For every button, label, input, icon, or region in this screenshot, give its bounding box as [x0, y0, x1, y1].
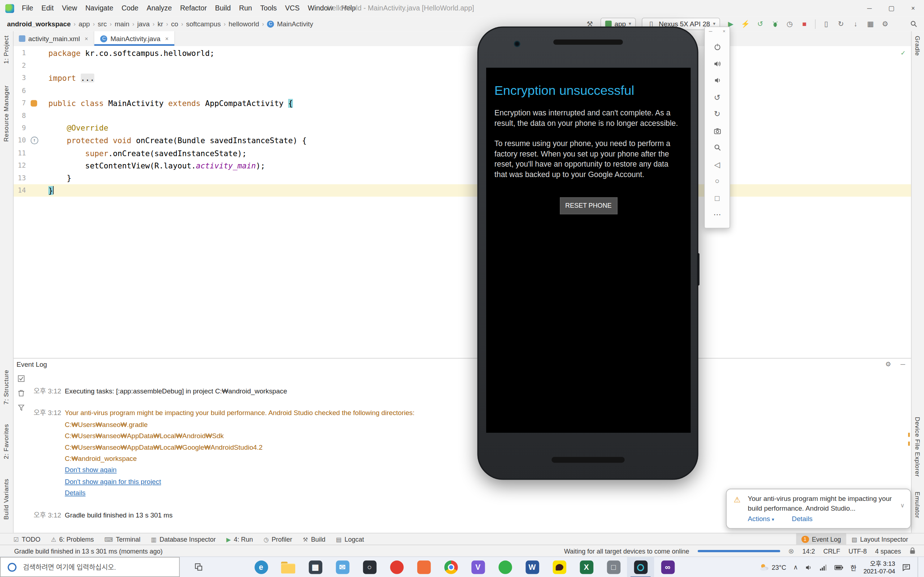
- taskbar-app-file-explorer[interactable]: [275, 557, 302, 577]
- emulator-minimize-button[interactable]: ─: [709, 29, 712, 34]
- breadcrumb-item[interactable]: co: [171, 20, 178, 27]
- cursor-position[interactable]: 14:2: [802, 548, 815, 554]
- menu-file[interactable]: File: [18, 4, 37, 12]
- breadcrumb-item[interactable]: helloworld: [228, 20, 259, 27]
- taskbar-app-edge[interactable]: e: [247, 557, 275, 577]
- sdk-manager-button[interactable]: ↓: [851, 20, 861, 28]
- taskbar-app-app-green[interactable]: [492, 557, 519, 577]
- taskbar-app-chrome[interactable]: [437, 557, 464, 577]
- toolwindow-profiler[interactable]: ◷Profiler: [258, 533, 297, 545]
- rotate-left-icon[interactable]: ↺: [714, 93, 720, 102]
- gear-icon[interactable]: ⚙: [885, 360, 891, 368]
- breadcrumb-item[interactable]: java: [137, 20, 149, 27]
- debug-button[interactable]: [770, 20, 780, 28]
- overrides-gutter-icon[interactable]: ↑: [31, 137, 38, 144]
- menu-navigate[interactable]: Navigate: [81, 4, 117, 12]
- close-icon[interactable]: ×: [165, 35, 168, 42]
- reset-phone-button[interactable]: RESET PHONE: [559, 197, 617, 214]
- show-desktop-button[interactable]: [918, 557, 921, 577]
- network-icon[interactable]: [820, 564, 827, 571]
- menu-refactor[interactable]: Refactor: [176, 4, 211, 12]
- breadcrumb-item[interactable]: android_workspace: [7, 20, 71, 27]
- taskbar-app-app-dark[interactable]: ○: [356, 557, 383, 577]
- taskbar-app-excel[interactable]: X: [573, 557, 600, 577]
- toolwindow-logcat[interactable]: ▤Logcat: [331, 533, 369, 545]
- sidebar-item-resource-manager[interactable]: Resource Manager: [3, 85, 10, 142]
- menu-analyze[interactable]: Analyze: [142, 4, 176, 12]
- sidebar-item-gradle[interactable]: Gradle: [914, 36, 921, 56]
- maximize-button[interactable]: ▢: [880, 0, 902, 16]
- sidebar-item-emulator[interactable]: Emulator: [914, 492, 921, 518]
- search-input[interactable]: 검색하려면 여기에 입력하십시오.: [0, 557, 180, 577]
- sidebar-item-project[interactable]: 1: Project: [3, 35, 10, 64]
- menu-code[interactable]: Code: [117, 4, 142, 12]
- apply-code-changes-button[interactable]: ↺: [756, 20, 765, 28]
- ime-indicator[interactable]: 한: [850, 562, 856, 572]
- action-center-icon[interactable]: [902, 563, 911, 571]
- breadcrumb-item[interactable]: src: [98, 20, 107, 27]
- apply-changes-button[interactable]: ⚡: [741, 20, 750, 28]
- device-manager-button[interactable]: ▯: [822, 20, 831, 28]
- sidebar-item-build-variants[interactable]: Build Variants: [3, 479, 10, 520]
- task-view-icon[interactable]: [195, 563, 203, 574]
- toolwindow-terminal[interactable]: ⌨Terminal: [99, 533, 146, 545]
- taskbar-app-app-orange[interactable]: [410, 557, 437, 577]
- log-message[interactable]: Don't show again: [65, 465, 116, 476]
- taskbar-app-word[interactable]: W: [519, 557, 546, 577]
- weather-widget[interactable]: 23°C: [759, 562, 786, 572]
- toolwindow-build[interactable]: ⚒Build: [297, 533, 331, 545]
- menu-edit[interactable]: Edit: [37, 4, 58, 12]
- details-link[interactable]: Details: [792, 515, 813, 522]
- sidebar-item-device-file-explorer[interactable]: Device File Explorer: [914, 417, 921, 477]
- menu-vcs[interactable]: VCS: [281, 4, 304, 12]
- tab-mainactivity-java[interactable]: MainActivity.java ×: [95, 31, 175, 46]
- toolwindow-event-log[interactable]: 1Event Log: [796, 533, 846, 545]
- toolwindow-database-inspector[interactable]: ▥Database Inspector: [146, 533, 221, 545]
- stop-button[interactable]: ■: [800, 20, 809, 28]
- taskbar-app-visual-studio[interactable]: ∞: [654, 557, 681, 577]
- taskbar-app-android-studio[interactable]: [627, 557, 654, 577]
- volume-down-icon[interactable]: [713, 76, 721, 85]
- minimize-button[interactable]: ─: [859, 0, 880, 16]
- taskbar-app-app-purple[interactable]: V: [465, 557, 492, 577]
- taskbar-app-kakaotalk[interactable]: [546, 557, 573, 577]
- profile-button[interactable]: ◷: [785, 20, 795, 28]
- collapse-icon[interactable]: ∨: [900, 502, 905, 509]
- breadcrumb-item[interactable]: kr: [157, 20, 163, 27]
- indent-setting[interactable]: 4 spaces: [875, 548, 901, 554]
- sync-project-button[interactable]: ↻: [836, 20, 846, 28]
- breadcrumb-item[interactable]: MainActivity: [277, 20, 313, 27]
- power-icon[interactable]: [713, 43, 721, 51]
- notification-balloon[interactable]: ⚠ Your anti-virus program might be impac…: [726, 488, 911, 529]
- menu-tools[interactable]: Tools: [256, 4, 281, 12]
- sidebar-item-favorites[interactable]: 2: Favorites: [3, 424, 10, 459]
- tab-activity-main-xml[interactable]: activity_main.xml ×: [13, 31, 95, 46]
- camera-icon[interactable]: [713, 126, 721, 135]
- hidden-icons-chevron[interactable]: ∧: [793, 563, 798, 571]
- taskbar-app-mail[interactable]: ✉: [329, 557, 356, 577]
- toolwindow-6-problems[interactable]: ⚠6: Problems: [46, 533, 99, 545]
- file-encoding[interactable]: UTF-8: [848, 548, 867, 554]
- toolwindow-layout-inspector[interactable]: ▧Layout Inspector: [846, 533, 914, 545]
- actions-link[interactable]: Actions▾: [748, 515, 774, 522]
- breadcrumb-item[interactable]: softcampus: [186, 20, 221, 27]
- menu-run[interactable]: Run: [235, 4, 256, 12]
- cancel-progress-icon[interactable]: ⊗: [788, 547, 794, 555]
- sidebar-item-structure[interactable]: 7: Structure: [3, 370, 10, 404]
- volume-up-icon[interactable]: [713, 59, 721, 68]
- code-editor[interactable]: 1package kr.co.softcampus.helloworld;23i…: [13, 46, 911, 358]
- lock-icon[interactable]: [909, 547, 916, 555]
- volume-icon[interactable]: [805, 564, 813, 571]
- toolwindow-4-run[interactable]: ▶4: Run: [221, 533, 258, 545]
- line-separator[interactable]: CRLF: [823, 548, 840, 554]
- close-button[interactable]: ×: [902, 0, 924, 16]
- log-message[interactable]: Don't show again for this project: [65, 476, 162, 488]
- back-icon[interactable]: ◁: [714, 160, 720, 168]
- home-icon[interactable]: ○: [715, 177, 720, 185]
- inspections-ok-icon[interactable]: ✓: [901, 49, 905, 57]
- toolwindow-todo[interactable]: ☑TODO: [8, 533, 46, 545]
- hide-panel-icon[interactable]: ─: [901, 360, 905, 368]
- close-icon[interactable]: ×: [84, 35, 88, 42]
- taskbar-app-app-cube[interactable]: □: [600, 557, 627, 577]
- menu-view[interactable]: View: [58, 4, 81, 12]
